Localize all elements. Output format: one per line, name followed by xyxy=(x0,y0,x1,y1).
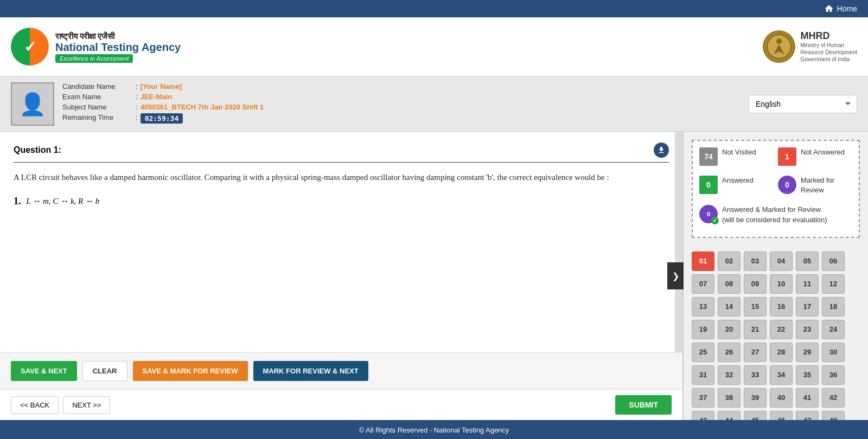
palette-btn-5[interactable]: 05 xyxy=(796,251,819,271)
palette-btn-31[interactable]: 31 xyxy=(692,365,714,385)
legend-marked: 0 Marked for Review xyxy=(778,176,852,195)
palette-btn-8[interactable]: 08 xyxy=(718,274,741,294)
not-answered-badge: 1 xyxy=(778,147,796,166)
palette-btn-24[interactable]: 24 xyxy=(822,320,845,339)
question-text: A LCR circuit behaves like a damped harm… xyxy=(14,171,669,185)
palette-grid: 0102030405060708091011121314151617181920… xyxy=(692,251,860,420)
not-answered-label: Not Answered xyxy=(801,147,845,157)
palette-btn-15[interactable]: 15 xyxy=(744,297,767,317)
palette-btn-38[interactable]: 38 xyxy=(718,388,741,408)
mhrd-text-area: MHRD Ministry of HumanResource Developme… xyxy=(801,30,858,63)
question-title-text: Question 1: xyxy=(14,145,61,155)
palette-btn-19[interactable]: 19 xyxy=(692,320,714,339)
palette-btn-10[interactable]: 10 xyxy=(770,274,793,294)
palette-btn-16[interactable]: 16 xyxy=(770,297,793,317)
palette-btn-39[interactable]: 39 xyxy=(744,388,767,408)
palette-btn-25[interactable]: 25 xyxy=(692,343,714,362)
top-bar: Home xyxy=(0,0,868,17)
back-button[interactable]: << BACK xyxy=(11,396,59,414)
subject-name-row: Subject Name : 4050361_BTECH 7th Jan 202… xyxy=(62,103,264,111)
nav-buttons: << BACK NEXT >> xyxy=(11,396,110,414)
question-content: Question 1: A LCR circuit behaves like a… xyxy=(0,132,682,352)
time-label: Remaining Time xyxy=(62,113,133,124)
palette-btn-12[interactable]: 12 xyxy=(822,274,845,294)
palette-btn-23[interactable]: 23 xyxy=(796,320,819,339)
mhrd-emblem xyxy=(763,30,795,63)
palette-btn-41[interactable]: 41 xyxy=(796,388,819,408)
nta-logo xyxy=(11,28,49,66)
save-next-button[interactable]: SAVE & NEXT xyxy=(11,361,77,381)
clear-button[interactable]: CLEAR xyxy=(82,361,127,381)
palette-btn-33[interactable]: 33 xyxy=(744,365,767,385)
palette-btn-22[interactable]: 22 xyxy=(770,320,793,339)
palette-btn-21[interactable]: 21 xyxy=(744,320,767,339)
palette-btn-4[interactable]: 04 xyxy=(770,251,793,271)
palette-btn-45[interactable]: 45 xyxy=(744,411,767,420)
language-selector[interactable]: English Hindi xyxy=(749,95,857,113)
answered-marked-badge: 0 xyxy=(699,205,718,223)
palette-btn-9[interactable]: 09 xyxy=(744,274,767,294)
candidate-name-row: Candidate Name : [Your Name] xyxy=(62,82,264,91)
palette-btn-13[interactable]: 13 xyxy=(692,297,714,317)
exam-name-row: Exam Name : JEE-Main xyxy=(62,93,264,101)
palette-btn-40[interactable]: 40 xyxy=(770,388,793,408)
logo-text: राष्ट्रीय परीक्षा एजेंसी National Testin… xyxy=(55,31,181,62)
next-button[interactable]: NEXT >> xyxy=(63,396,110,414)
legend-grid: 74 Not Visited 1 Not Answered 0 Answered… xyxy=(699,147,852,201)
palette-btn-30[interactable]: 30 xyxy=(822,343,845,362)
palette-btn-1[interactable]: 01 xyxy=(692,251,714,271)
palette-btn-35[interactable]: 35 xyxy=(796,365,819,385)
option-1-text: L ↔ m, C ↔ k, R ↔ b xyxy=(27,197,100,206)
palette-btn-37[interactable]: 37 xyxy=(692,388,714,408)
submit-button[interactable]: SUBMIT xyxy=(615,395,672,415)
palette-btn-34[interactable]: 34 xyxy=(770,365,793,385)
palette-btn-28[interactable]: 28 xyxy=(770,343,793,362)
palette-btn-26[interactable]: 26 xyxy=(718,343,741,362)
palette-btn-14[interactable]: 14 xyxy=(718,297,741,317)
question-palette[interactable]: 0102030405060708091011121314151617181920… xyxy=(684,246,868,420)
language-dropdown[interactable]: English Hindi xyxy=(749,95,857,113)
palette-btn-47[interactable]: 47 xyxy=(796,411,819,420)
palette-btn-44[interactable]: 44 xyxy=(718,411,741,420)
palette-btn-7[interactable]: 07 xyxy=(692,274,714,294)
legend-answered: 0 Answered xyxy=(699,176,774,195)
logo-hindi: राष्ट्रीय परीक्षा एजेंसी xyxy=(55,31,181,41)
palette-btn-46[interactable]: 46 xyxy=(770,411,793,420)
palette-btn-17[interactable]: 17 xyxy=(796,297,819,317)
main-layout: Question 1: A LCR circuit behaves like a… xyxy=(0,132,868,420)
footer-text: © All Rights Reserved - National Testing… xyxy=(359,426,509,434)
question-option-1: 1. L ↔ m, C ↔ k, R ↔ b xyxy=(14,196,669,207)
legend-answered-marked: 0 Answered & Marked for Review(will be c… xyxy=(699,205,852,224)
marked-label: Marked for Review xyxy=(801,176,852,195)
header: राष्ट्रीय परीक्षा एजेंसी National Testin… xyxy=(0,17,868,77)
home-button[interactable]: Home xyxy=(824,4,857,14)
palette-btn-2[interactable]: 02 xyxy=(718,251,741,271)
palette-btn-3[interactable]: 03 xyxy=(744,251,767,271)
palette-btn-11[interactable]: 11 xyxy=(796,274,819,294)
palette-btn-20[interactable]: 20 xyxy=(718,320,741,339)
name-value: [Your Name] xyxy=(141,82,182,91)
emblem-icon xyxy=(766,34,792,60)
palette-btn-42[interactable]: 42 xyxy=(822,388,845,408)
palette-btn-32[interactable]: 32 xyxy=(718,365,741,385)
palette-btn-29[interactable]: 29 xyxy=(796,343,819,362)
panel-toggle-button[interactable]: ❯ xyxy=(667,262,684,289)
mark-review-next-button[interactable]: MARK FOR REVIEW & NEXT xyxy=(253,361,368,381)
palette-btn-48[interactable]: 48 xyxy=(822,411,845,420)
exam-label: Exam Name xyxy=(62,93,133,101)
action-bar: SAVE & NEXT CLEAR SAVE & MARK FOR REVIEW… xyxy=(0,352,682,389)
palette-btn-6[interactable]: 06 xyxy=(822,251,845,271)
question-scrollbar[interactable] xyxy=(675,132,682,352)
palette-btn-43[interactable]: 43 xyxy=(692,411,714,420)
timer-value: 02:59:34 xyxy=(141,113,183,124)
svg-point-1 xyxy=(776,38,782,44)
download-icon[interactable] xyxy=(654,143,669,158)
home-label: Home xyxy=(837,4,857,13)
palette-btn-18[interactable]: 18 xyxy=(822,297,845,317)
legend-not-visited: 74 Not Visited xyxy=(699,147,774,166)
tagline: Excellence in Assessment xyxy=(55,54,133,63)
palette-btn-27[interactable]: 27 xyxy=(744,343,767,362)
name-label: Candidate Name xyxy=(62,82,133,91)
save-mark-review-button[interactable]: SAVE & MARK FOR REVIEW xyxy=(133,361,248,381)
palette-btn-36[interactable]: 36 xyxy=(822,365,845,385)
